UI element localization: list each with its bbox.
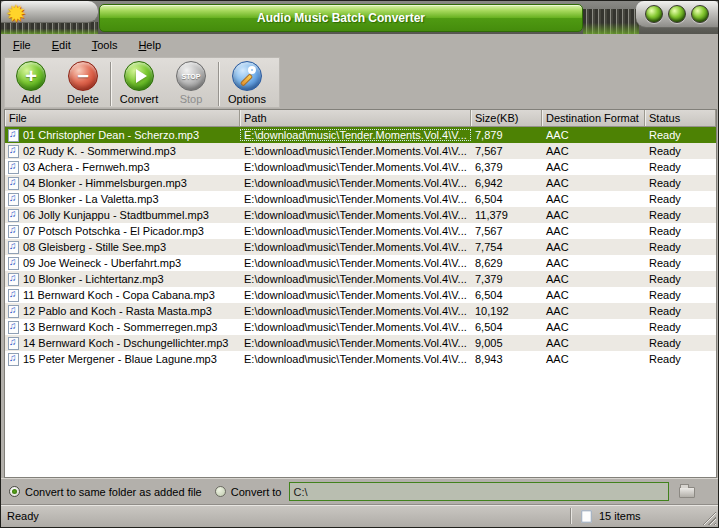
column-header-destination-format[interactable]: Destination Format xyxy=(542,110,645,126)
minus-icon: − xyxy=(68,61,98,91)
table-row[interactable]: ♫12 Pablo and Koch - Rasta Masta.mp3E:\d… xyxy=(5,303,716,319)
file-size: 11,379 xyxy=(471,209,542,221)
toolbar-separator xyxy=(218,62,220,106)
menu-help[interactable]: Help xyxy=(134,37,165,53)
add-button[interactable]: + Add xyxy=(5,61,57,105)
convert-to-radio[interactable] xyxy=(215,486,226,497)
file-path: E:\download\music\Tender.Moments.Vol.4\V… xyxy=(240,145,471,157)
file-path: E:\download\music\Tender.Moments.Vol.4\V… xyxy=(240,273,471,285)
file-path: E:\download\music\Tender.Moments.Vol.4\V… xyxy=(240,161,471,173)
destination-format: AAC xyxy=(542,241,645,253)
minimize-button[interactable] xyxy=(645,5,663,23)
file-list: File Path Size(KB) Destination Format St… xyxy=(4,109,717,478)
audio-file-icon: ♫ xyxy=(8,321,19,334)
table-row[interactable]: ♫05 Blonker - La Valetta.mp3E:\download\… xyxy=(5,191,716,207)
titlebar-right-cap xyxy=(636,1,718,28)
file-size: 7,879 xyxy=(471,129,542,141)
table-row[interactable]: ♫14 Bernward Koch - Dschungellichter.mp3… xyxy=(5,335,716,351)
output-options-panel: Convert to same folder as added file Con… xyxy=(1,478,718,504)
options-button-label: Options xyxy=(221,93,273,105)
table-row[interactable]: ♫07 Potsch Potschka - El Picador.mp3E:\d… xyxy=(5,223,716,239)
table-row[interactable]: ♫04 Blonker - Himmelsburgen.mp3E:\downlo… xyxy=(5,175,716,191)
file-status: Ready xyxy=(645,305,716,317)
destination-format: AAC xyxy=(542,257,645,269)
delete-button[interactable]: − Delete xyxy=(57,61,109,105)
table-row[interactable]: ♫06 Jolly Kunjappu - Stadtbummel.mp3E:\d… xyxy=(5,207,716,223)
file-path: E:\download\music\Tender.Moments.Vol.4\V… xyxy=(240,353,471,365)
column-header-path[interactable]: Path xyxy=(240,110,471,126)
file-name: 10 Blonker - Lichtertanz.mp3 xyxy=(23,273,164,285)
file-path: E:\download\music\Tender.Moments.Vol.4\V… xyxy=(240,257,471,269)
file-name: 13 Bernward Koch - Sommerregen.mp3 xyxy=(23,321,217,333)
destination-format: AAC xyxy=(542,273,645,285)
audio-file-icon: ♫ xyxy=(8,161,19,174)
destination-format: AAC xyxy=(542,337,645,349)
browse-folder-button[interactable] xyxy=(678,484,697,499)
file-name: 04 Blonker - Himmelsburgen.mp3 xyxy=(23,177,187,189)
file-size: 9,005 xyxy=(471,337,542,349)
table-row[interactable]: ♫02 Rudy K. - Sommerwind.mp3E:\download\… xyxy=(5,143,716,159)
table-row[interactable]: ♫09 Joe Weineck - Uberfahrt.mp3E:\downlo… xyxy=(5,255,716,271)
folder-icon xyxy=(679,487,695,498)
file-status: Ready xyxy=(645,257,716,269)
convert-button[interactable]: Convert xyxy=(113,61,165,105)
convert-to-label: Convert to xyxy=(231,486,282,498)
titlebar-pill[interactable]: Audio Music Batch Converter xyxy=(99,4,583,32)
audio-file-icon: ♫ xyxy=(8,193,19,206)
audio-file-icon: ♫ xyxy=(8,337,19,350)
file-size: 6,504 xyxy=(471,321,542,333)
menu-edit[interactable]: Edit xyxy=(48,37,75,53)
file-status: Ready xyxy=(645,209,716,221)
file-size: 10,192 xyxy=(471,305,542,317)
table-row[interactable]: ♫11 Bernward Koch - Copa Cabana.mp3E:\do… xyxy=(5,287,716,303)
file-path: E:\download\music\Tender.Moments.Vol.4\V… xyxy=(240,289,471,301)
wrench-icon xyxy=(232,61,262,91)
file-name: 15 Peter Mergener - Blaue Lagune.mp3 xyxy=(23,353,217,365)
audio-file-icon: ♫ xyxy=(8,177,19,190)
file-name: 01 Christopher Dean - Scherzo.mp3 xyxy=(23,129,199,141)
file-status: Ready xyxy=(645,353,716,365)
table-row[interactable]: ♫13 Bernward Koch - Sommerregen.mp3E:\do… xyxy=(5,319,716,335)
statusbar: Ready 15 items xyxy=(1,504,718,527)
convert-to-path-input[interactable] xyxy=(289,482,669,501)
plus-icon: + xyxy=(16,61,46,91)
convert-same-folder-radio[interactable] xyxy=(9,486,20,497)
stop-icon: STOP xyxy=(176,61,206,91)
destination-format: AAC xyxy=(542,145,645,157)
stop-button[interactable]: STOP Stop xyxy=(165,61,217,105)
file-size: 7,754 xyxy=(471,241,542,253)
convert-same-folder-label: Convert to same folder as added file xyxy=(25,486,202,498)
toolbar-panel: + Add − Delete Convert STOP Stop xyxy=(4,57,280,108)
table-row[interactable]: ♫10 Blonker - Lichtertanz.mp3E:\download… xyxy=(5,271,716,287)
destination-format: AAC xyxy=(542,305,645,317)
file-status: Ready xyxy=(645,161,716,173)
file-name: 09 Joe Weineck - Uberfahrt.mp3 xyxy=(23,257,181,269)
toolbar-separator xyxy=(110,62,112,106)
table-row[interactable]: ♫15 Peter Mergener - Blaue Lagune.mp3E:\… xyxy=(5,351,716,367)
table-row[interactable]: ♫01 Christopher Dean - Scherzo.mp3E:\dow… xyxy=(5,127,716,143)
destination-format: AAC xyxy=(542,129,645,141)
table-row[interactable]: ♫08 Gleisberg - Stille See.mp3E:\downloa… xyxy=(5,239,716,255)
column-header-status[interactable]: Status xyxy=(645,110,716,126)
menubar: File Edit Tools Help xyxy=(1,34,718,55)
file-path: E:\download\music\Tender.Moments.Vol.4\V… xyxy=(240,241,471,253)
options-button[interactable]: Options xyxy=(221,61,273,105)
column-header-size[interactable]: Size(KB) xyxy=(471,110,542,126)
table-body: ♫01 Christopher Dean - Scherzo.mp3E:\dow… xyxy=(5,127,716,367)
file-status: Ready xyxy=(645,193,716,205)
close-button[interactable] xyxy=(691,5,709,23)
table-row[interactable]: ♫03 Achera - Fernweh.mp3E:\download\musi… xyxy=(5,159,716,175)
window-title: Audio Music Batch Converter xyxy=(257,11,425,25)
menu-tools[interactable]: Tools xyxy=(88,37,122,53)
add-button-label: Add xyxy=(5,93,57,105)
app-window: ✹ Audio Music Batch Converter File Edit … xyxy=(0,0,719,528)
maximize-button[interactable] xyxy=(668,5,686,23)
audio-file-icon: ♫ xyxy=(8,273,19,286)
column-header-file[interactable]: File xyxy=(5,110,240,126)
file-status: Ready xyxy=(645,273,716,285)
menu-file[interactable]: File xyxy=(9,37,35,53)
file-size: 8,943 xyxy=(471,353,542,365)
file-path: E:\download\music\Tender.Moments.Vol.4\V… xyxy=(240,321,471,333)
audio-file-icon: ♫ xyxy=(8,209,19,222)
destination-format: AAC xyxy=(542,353,645,365)
